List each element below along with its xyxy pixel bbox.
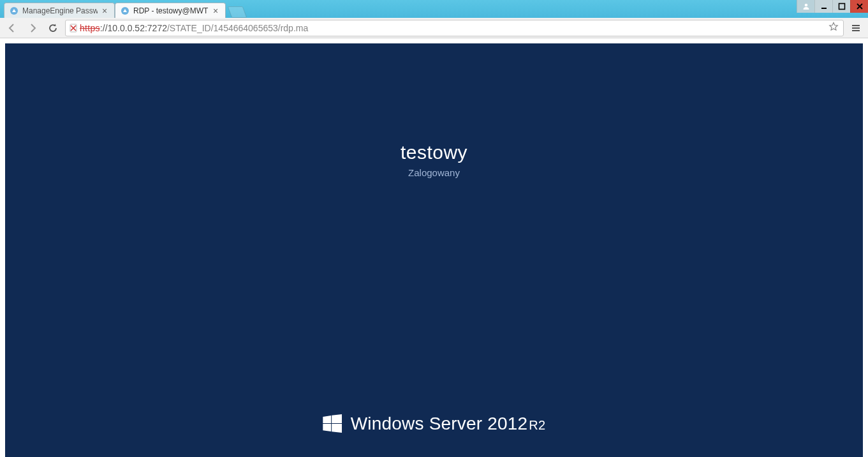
svg-point-2 xyxy=(804,4,807,7)
url-path: /STATE_ID/1454664065653/rdp.ma xyxy=(167,23,308,33)
maximize-button[interactable] xyxy=(832,0,850,13)
minimize-button[interactable] xyxy=(814,0,832,13)
url-hostport: ://10.0.0.52:7272 xyxy=(100,23,167,33)
svg-marker-9 xyxy=(332,424,342,433)
favicon-icon xyxy=(10,6,18,15)
bookmark-star-icon[interactable] xyxy=(827,22,841,34)
tab-title: RDP - testowy@MWTS_VIR xyxy=(133,6,209,15)
svg-marker-7 xyxy=(332,414,342,423)
close-icon[interactable]: × xyxy=(100,6,109,15)
os-brand: Windows Server 2012R2 xyxy=(323,414,546,434)
window-caption-controls xyxy=(797,0,868,13)
new-tab-button[interactable] xyxy=(228,6,247,18)
rdp-session[interactable]: testowy Zalogowany Windows Server 2012R2 xyxy=(5,43,863,457)
browser-tab-inactive[interactable]: ManageEngine Password M × xyxy=(4,3,115,18)
url-scheme: https xyxy=(80,23,100,33)
login-block: testowy Zalogowany xyxy=(401,142,467,178)
os-brand-main: Windows Server 2012 xyxy=(351,414,528,433)
svg-marker-6 xyxy=(323,416,331,423)
window-titlebar: ManageEngine Password M × RDP - testowy@… xyxy=(0,0,868,18)
svg-marker-8 xyxy=(323,424,331,431)
close-icon[interactable]: × xyxy=(211,6,220,15)
insecure-https-icon xyxy=(68,23,78,33)
windows-logo-icon xyxy=(323,414,342,433)
window-close-button[interactable] xyxy=(850,0,868,13)
reload-button[interactable] xyxy=(45,20,61,36)
svg-rect-3 xyxy=(821,8,827,9)
viewport: testowy Zalogowany Windows Server 2012R2 xyxy=(0,38,868,457)
back-button[interactable] xyxy=(4,20,20,36)
login-status: Zalogowany xyxy=(401,167,467,178)
user-icon[interactable] xyxy=(797,0,814,13)
forward-button[interactable] xyxy=(24,20,41,36)
os-brand-text: Windows Server 2012R2 xyxy=(351,414,546,434)
favicon-icon xyxy=(121,6,129,15)
os-brand-suffix: R2 xyxy=(529,418,545,432)
login-username: testowy xyxy=(401,142,467,163)
tab-title: ManageEngine Password M xyxy=(22,6,98,15)
address-bar[interactable]: https ://10.0.0.52:7272 /STATE_ID/145466… xyxy=(65,20,844,36)
svg-rect-4 xyxy=(839,4,844,10)
tabstrip: ManageEngine Password M × RDP - testowy@… xyxy=(0,0,245,18)
browser-tab-active[interactable]: RDP - testowy@MWTS_VIR × xyxy=(115,3,226,18)
hamburger-menu-icon[interactable] xyxy=(848,20,864,36)
browser-toolbar: https ://10.0.0.52:7272 /STATE_ID/145466… xyxy=(0,18,868,38)
